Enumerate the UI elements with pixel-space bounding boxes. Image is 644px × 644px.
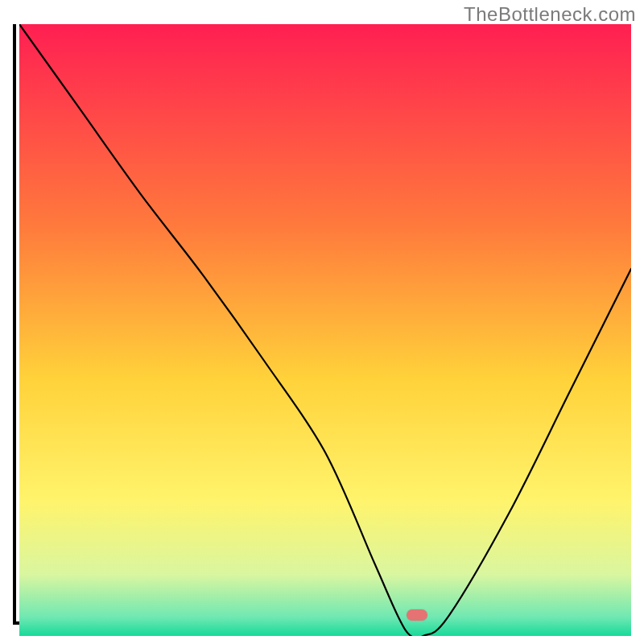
gradient-rect <box>19 24 631 636</box>
plot-area <box>13 24 631 625</box>
watermark-text: TheBottleneck.com <box>464 3 636 26</box>
chart-wrapper: TheBottleneck.com <box>0 0 644 644</box>
optimal-marker <box>407 609 427 621</box>
background-gradient <box>19 24 631 636</box>
